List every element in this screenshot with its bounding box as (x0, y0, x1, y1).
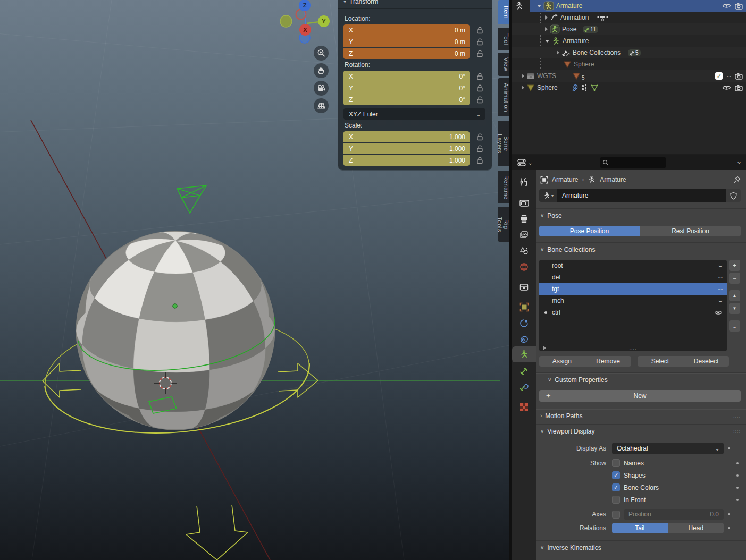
display-as-dropdown[interactable]: Octahedral ⌄ (612, 443, 724, 454)
eye-closed-icon[interactable]: ⌣ (718, 287, 723, 291)
bone-collection-row-selected[interactable]: tgt ⌣ (539, 283, 727, 295)
outliner-row-bone-collections[interactable]: Bone Collections 5 (512, 47, 746, 58)
selected-armature-row[interactable]: Armature (530, 0, 746, 12)
new-property-button[interactable]: ＋ New (539, 390, 741, 402)
outliner-row-pose[interactable]: Pose 11 (512, 23, 746, 35)
rotation-z-lock[interactable] (470, 96, 485, 104)
disclosure-right-icon[interactable] (522, 74, 524, 78)
shapes-checkbox[interactable] (612, 471, 620, 479)
disclosure-right-icon[interactable] (557, 50, 559, 55)
rotation-x-field[interactable]: X 0° (343, 71, 470, 82)
disclosure-right-icon[interactable] (545, 15, 548, 20)
bone-collections-list[interactable]: root ⌣ def ⌣ tgt ⌣ (539, 260, 727, 351)
location-y-field[interactable]: Y 0 m (343, 36, 470, 47)
transform-panel-header[interactable]: ▾ Transform :::: (338, 0, 492, 9)
tab-animation[interactable]: Animation (498, 78, 509, 116)
animate-dot[interactable] (728, 527, 730, 529)
bone-collection-row[interactable]: mch ⌣ (539, 295, 727, 307)
scale-y-lock[interactable] (470, 145, 485, 152)
bone-collection-row[interactable]: def ⌣ (539, 271, 727, 283)
disclosure-right-icon[interactable] (545, 27, 548, 31)
disclosure-right-icon[interactable] (522, 86, 524, 90)
pose-panel-header[interactable]: ∨ Pose :::: (536, 209, 746, 222)
eye-icon[interactable] (722, 84, 731, 91)
panel-grip-icon[interactable]: :::: (733, 413, 741, 419)
octahedron-widget[interactable] (177, 185, 206, 213)
view-layer-tab[interactable] (512, 227, 536, 242)
3d-viewport[interactable]: Z Y X (0, 0, 509, 560)
breadcrumb-object[interactable]: Armature (552, 176, 578, 183)
sphere-shape-name[interactable]: Sphere (574, 61, 594, 68)
scale-x-field[interactable]: X 1.000 (343, 131, 470, 142)
scale-z-lock[interactable] (470, 157, 485, 164)
gizmo-neg-y-ball[interactable] (280, 15, 292, 27)
collection-tab[interactable] (512, 279, 536, 294)
camera-visibility-icon[interactable] (735, 84, 743, 91)
checkered-sphere[interactable] (77, 232, 275, 429)
tail-button[interactable]: Tail (612, 523, 668, 533)
panel-grip-icon[interactable]: :::: (479, 0, 487, 4)
specials-menu-button[interactable]: ⌄ (729, 320, 740, 332)
names-checkbox[interactable] (612, 459, 620, 467)
axes-position-slider[interactable]: Position 0.0 (624, 509, 724, 520)
panel-grip-icon[interactable]: :::: (733, 213, 741, 218)
header-dropdown-button[interactable]: ⌄ (736, 158, 742, 165)
fake-user-button[interactable] (726, 189, 741, 202)
animate-dot[interactable] (736, 474, 739, 477)
in-front-checkbox[interactable] (612, 496, 620, 504)
object-data-tab-active[interactable] (512, 346, 536, 362)
eye-closed-icon[interactable]: ⌣ (726, 74, 731, 78)
outliner-row-sphere[interactable]: Sphere (512, 82, 746, 94)
animate-dot[interactable] (728, 513, 730, 515)
scale-z-field[interactable]: Z 1.000 (343, 155, 470, 166)
camera-visibility-icon[interactable] (735, 73, 743, 80)
collection-checkbox[interactable]: ✓ (715, 72, 723, 80)
scale-y-field[interactable]: Y 1.000 (343, 143, 470, 154)
remove-collection-button[interactable]: − (729, 273, 740, 284)
inverse-kinematics-panel-header[interactable]: ∨ Inverse Kinematics :::: (536, 541, 746, 554)
world-tab[interactable] (512, 259, 536, 274)
add-collection-button[interactable]: + (729, 260, 740, 271)
bone-colors-checkbox[interactable] (612, 483, 620, 491)
texture-tab[interactable] (512, 400, 536, 414)
armature-name-field[interactable]: Armature (557, 189, 726, 202)
location-z-field[interactable]: Z 0 m (343, 48, 470, 59)
remove-button[interactable]: Remove (585, 356, 631, 367)
pose-position-button[interactable]: Pose Position (539, 226, 640, 236)
outliner[interactable]: Armature Animation (512, 0, 746, 154)
eye-closed-icon[interactable]: ⌣ (718, 299, 723, 303)
animation-name[interactable]: Animation (560, 14, 589, 21)
bone-head-point[interactable] (173, 304, 177, 308)
tool-tab[interactable] (512, 174, 536, 189)
tab-bone-layers[interactable]: Bone Layers (498, 121, 509, 166)
tab-view[interactable]: View (498, 53, 509, 76)
tab-tool[interactable]: Tool (498, 28, 509, 50)
disclosure-down-icon[interactable] (545, 40, 549, 43)
location-x-field[interactable]: X 0 m (343, 24, 470, 36)
breadcrumb-data[interactable]: Armature (600, 176, 626, 183)
disclosure-down-icon[interactable] (537, 5, 541, 7)
constraints-tab[interactable] (512, 332, 536, 346)
outliner-row-armature-object[interactable]: Armature (512, 0, 746, 12)
move-up-button[interactable]: ▲ (729, 290, 740, 301)
list-expand-icon[interactable] (543, 346, 546, 350)
id-browse-button[interactable]: ▾ (539, 189, 557, 202)
eye-closed-icon[interactable]: ⌣ (718, 264, 723, 268)
scale-x-lock[interactable] (470, 133, 485, 141)
physics-tab[interactable] (512, 316, 536, 330)
tab-item[interactable]: Item (498, 0, 509, 24)
animate-dot[interactable] (736, 499, 739, 501)
viewport-display-panel-header[interactable]: ∨ Viewport Display :::: (536, 425, 746, 437)
location-x-lock[interactable] (470, 27, 485, 34)
bone-collection-row[interactable]: ctrl (539, 307, 727, 318)
animate-dot[interactable] (736, 487, 739, 489)
panel-grip-icon[interactable]: :::: (733, 545, 741, 550)
outliner-row-wgts[interactable]: WGTS 5 ✓ ⌣ (512, 70, 746, 82)
armature-data-name[interactable]: Armature (563, 37, 589, 45)
rotation-y-field[interactable]: Y 0° (343, 82, 470, 94)
bone-tab[interactable] (512, 363, 536, 378)
rotation-x-lock[interactable] (470, 73, 485, 80)
editor-type-button[interactable]: ⌄ (517, 159, 532, 166)
outliner-row-animation[interactable]: Animation (512, 12, 746, 23)
navigation-gizmo[interactable]: Z Y X (276, 0, 340, 48)
